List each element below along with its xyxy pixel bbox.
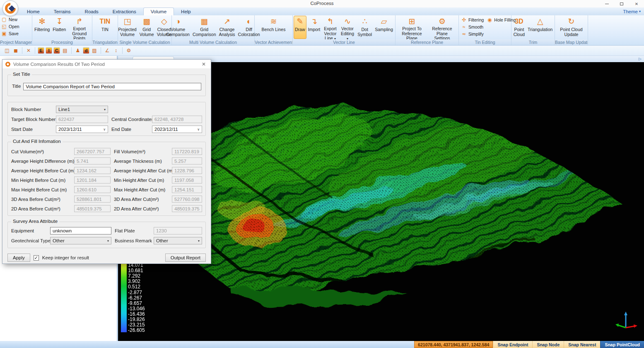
reference-plane-settings-button[interactable]: ⚙Reference Plane Settings: [427, 16, 457, 39]
tab-terrains[interactable]: Terrains: [47, 7, 78, 15]
apply-button[interactable]: Apply: [7, 254, 30, 262]
ribbon-group-project-manager: ▢New ◱Open ▣Save Project Manager: [0, 15, 32, 45]
snap-endpoint-toggle[interactable]: Snap Endpoint: [493, 341, 532, 348]
snap-nearest-toggle[interactable]: Snap Nearest: [564, 341, 600, 348]
maximize-button[interactable]: [614, 0, 629, 7]
point-cloud-update-button[interactable]: ↻Point Cloud Update: [557, 16, 586, 39]
sampling-label: Sampling: [375, 27, 393, 32]
central-coordinates-label: Central Coordinates: [109, 117, 151, 122]
export-ground-points-button[interactable]: ↱Export Ground Points: [68, 16, 91, 39]
dialog-close-button[interactable]: ✕: [200, 61, 208, 67]
trim-point-cloud-button[interactable]: 3DPoint Cloud: [512, 16, 526, 39]
save-button[interactable]: ▣Save: [1, 31, 31, 36]
group-caption-base-map-update: Base Map Update: [555, 39, 588, 45]
export-vector-line-button[interactable]: ↰Export Vector Line ▾: [322, 16, 338, 39]
simplify-button[interactable]: ≂Simplify: [461, 31, 484, 37]
toolbar-separator: [122, 47, 123, 54]
open-label: Open: [9, 24, 19, 29]
theme-button[interactable]: Theme ▾: [623, 7, 641, 15]
grid-volume-label: Grid Volume: [140, 27, 154, 37]
project-to-reference-plane-label: Project To Reference Plane: [398, 27, 426, 41]
wireframe-view-icon[interactable]: ◫: [3, 47, 11, 54]
tab-help[interactable]: Help: [174, 7, 198, 15]
snap-pointcloud-toggle[interactable]: Snap PointCloud: [600, 341, 644, 348]
project-to-reference-plane-button[interactable]: ⊞Project To Reference Plane: [397, 16, 427, 39]
change-analysis-button[interactable]: ↗Change Analysis: [218, 16, 236, 39]
flatten-icon: ↧: [56, 17, 63, 27]
area-measure-icon[interactable]: ▨: [91, 47, 98, 54]
max-height-after-label: Max Height After Cut (m): [111, 187, 171, 192]
new-button[interactable]: ▢New: [1, 17, 31, 22]
filtering-button[interactable]: ✻Filtering: [33, 16, 51, 39]
tin-filtering-icon: ✣: [461, 17, 467, 23]
intensity-render-icon[interactable]: I: [46, 47, 52, 54]
project-to-reference-plane-icon: ⊞: [409, 17, 415, 27]
output-report-button[interactable]: Output Report: [165, 254, 206, 262]
export-ground-points-icon: ↱: [76, 17, 83, 27]
height-measure-icon[interactable]: ↕: [112, 47, 120, 54]
app-logo[interactable]: [2, 0, 18, 16]
dropdown-arrow-icon: ▾: [104, 108, 106, 111]
palette-icon[interactable]: ▤: [61, 47, 69, 54]
settings-gear-icon[interactable]: ⚙: [125, 47, 133, 54]
vector-editing-button[interactable]: ∿Vector Editing ▾: [339, 16, 356, 39]
tin-button[interactable]: TINTIN: [99, 16, 112, 39]
survey-area-group-label: Survey Area Attribute: [11, 219, 59, 224]
bench-lines-button[interactable]: ≋Bench Lines: [260, 16, 287, 39]
legend-value: -19.826: [128, 317, 145, 322]
smooth-label: Smooth: [468, 24, 483, 29]
tin-filtering-button[interactable]: ✣Filtering: [461, 17, 484, 23]
tab-volume[interactable]: Volume: [143, 7, 174, 15]
open-button[interactable]: ◱Open: [1, 24, 31, 29]
grid-volume-icon: ▩: [143, 17, 150, 27]
angle-measure-icon[interactable]: ∠: [104, 47, 111, 54]
cut-and-fill-group-label: Cut And Fill Infomation: [11, 139, 63, 144]
trim-triangulation-button[interactable]: △Triangulation: [526, 16, 554, 39]
snap-node-toggle[interactable]: Snap Node: [532, 341, 564, 348]
import-button[interactable]: ↴Import: [307, 16, 322, 39]
close-button[interactable]: ✕: [629, 0, 644, 7]
dot-symbol-label: Dot Symbol: [357, 27, 372, 37]
draw-button[interactable]: ✎Draw: [294, 16, 306, 39]
block-number-dropdown[interactable]: Line1 ▾: [56, 106, 108, 113]
classification-render-icon[interactable]: C: [53, 47, 60, 54]
elevation-render-icon[interactable]: E: [38, 47, 44, 54]
tab-extractions[interactable]: Extractions: [106, 7, 143, 15]
volume-comparison-button[interactable]: ◑Volume Comparison: [165, 16, 191, 39]
chevron-down-icon: ▾: [639, 10, 641, 13]
flat-plate-field: 1230: [154, 227, 202, 234]
expand-arrow-icon[interactable]: ▷: [639, 57, 642, 61]
tab-home[interactable]: Home: [20, 7, 47, 15]
projected-volume-button[interactable]: ◳Projected Volume: [117, 16, 137, 39]
dot-symbol-button[interactable]: ∴Dot Symbol: [356, 16, 373, 39]
grid-volume-button[interactable]: ▩Grid Volume: [138, 16, 155, 39]
zoom-extents-icon[interactable]: ✕: [25, 47, 32, 54]
sampling-button[interactable]: ▱Sampling: [374, 16, 394, 39]
geotechnical-type-dropdown[interactable]: Other ▾: [50, 237, 111, 244]
distance-measure-icon[interactable]: d: [83, 47, 89, 54]
block-number-label: Block Number: [11, 107, 55, 112]
legend-value: -16.436: [128, 312, 145, 317]
axis-triad-icon: [613, 309, 638, 332]
equipment-input[interactable]: [50, 227, 111, 234]
business-remark-dropdown[interactable]: Other ▾: [154, 237, 202, 244]
smooth-button[interactable]: ≈Smooth: [461, 24, 484, 30]
draw-polyline-icon: ✎: [297, 17, 303, 27]
point-cloud-scissors-icon: 3D: [515, 17, 523, 27]
minimize-button[interactable]: [599, 0, 614, 7]
dialog-titlebar[interactable]: Volume Comparison Results Of Two Period …: [2, 60, 211, 68]
end-date-picker[interactable]: 2023/12/11 ∨: [152, 126, 202, 133]
person-measure-icon[interactable]: ♟: [74, 47, 82, 54]
flatten-button[interactable]: ↧Flatten: [51, 16, 67, 39]
start-date-picker[interactable]: 2023/12/11 ∨: [56, 126, 108, 133]
block-info-group: Block Number Line1 ▾ Target Block Number…: [7, 102, 206, 136]
solid-view-icon[interactable]: ◼: [12, 47, 19, 54]
title-input[interactable]: [23, 83, 201, 90]
group-caption-triangulation: Triangulation: [92, 39, 118, 45]
keep-integer-checkbox[interactable]: ✓: [34, 255, 39, 261]
minimize-icon: [605, 4, 609, 4]
grid-comparison-button[interactable]: ▦Grid Comparison: [191, 16, 217, 39]
tab-roads[interactable]: Roads: [78, 7, 106, 15]
ribbon-group-base-map-update: ↻Point Cloud Update Base Map Update: [555, 15, 588, 45]
keep-integer-label: Keep integer for result: [42, 255, 89, 260]
